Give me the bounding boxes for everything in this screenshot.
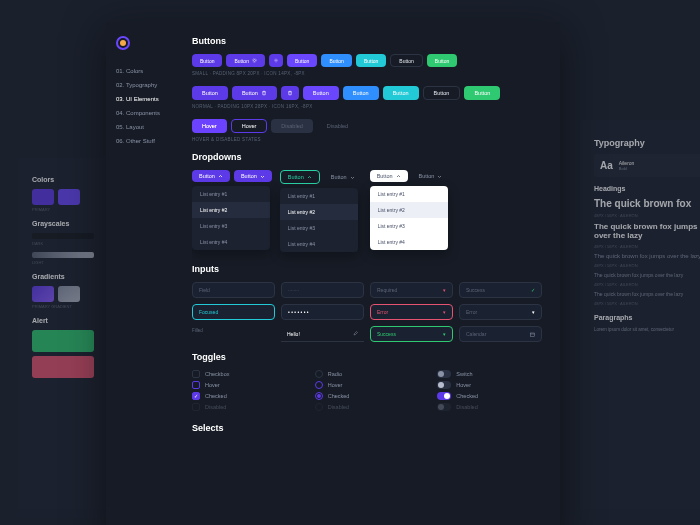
input-error-select[interactable]: Error▾ bbox=[459, 304, 542, 320]
dropdown-item[interactable]: List entry #3 bbox=[370, 218, 448, 234]
button-small-purple-icon[interactable]: Button bbox=[226, 54, 264, 67]
heading-meta-3: 48PX / 56PX · AILERON bbox=[594, 263, 700, 268]
button-normal-purple-icon[interactable]: Button bbox=[232, 86, 277, 100]
radio-checked[interactable]: Checked bbox=[315, 392, 420, 400]
dropdown-row: Button Button List entry #1 List entry #… bbox=[192, 170, 542, 252]
input-password-filled[interactable]: • • • • • • • bbox=[281, 304, 364, 320]
input-filled-label: Filled bbox=[192, 326, 275, 342]
pencil-icon bbox=[353, 331, 358, 336]
heading-sample-3: The quick brown fox jumps over the lazy bbox=[594, 253, 700, 259]
button-row-states: Hover Hover Disabled Disabled bbox=[192, 119, 542, 133]
button-row-normal: Button Button Button Button Button Butto… bbox=[192, 86, 542, 100]
button-small-purple[interactable]: Button bbox=[192, 54, 222, 67]
caption-states: HOVER & DISABLED STATES bbox=[192, 137, 542, 142]
nav-ui-elements[interactable]: 03. UI Elements bbox=[116, 92, 182, 106]
dropdown-button-purple-open[interactable]: Button bbox=[192, 170, 230, 182]
button-normal-green[interactable]: Button bbox=[464, 86, 500, 100]
heading-sample-5: The quick brown fox jumps over the lazy bbox=[594, 291, 700, 297]
gray-light-label: LIGHT bbox=[32, 260, 94, 265]
dropdown-item-selected[interactable]: List entry #2 bbox=[192, 202, 270, 218]
gray-dark-bar bbox=[32, 233, 94, 239]
dropdown-item[interactable]: List entry #1 bbox=[192, 186, 270, 202]
svg-point-0 bbox=[253, 60, 255, 62]
switch-checked[interactable]: Checked bbox=[437, 392, 542, 400]
input-success[interactable]: Success▾ bbox=[370, 326, 453, 342]
dropdown-item[interactable]: List entry #3 bbox=[280, 220, 358, 236]
dropdowns-title: Dropdowns bbox=[192, 152, 542, 162]
switch-hover[interactable]: Hover bbox=[437, 381, 542, 389]
buttons-title: Buttons bbox=[192, 36, 542, 46]
input-error[interactable]: Error▾ bbox=[370, 304, 453, 320]
button-normal-icon-only[interactable] bbox=[281, 86, 299, 100]
switch-default[interactable]: Switch bbox=[437, 370, 542, 378]
dropdown-button-light-open[interactable]: Button bbox=[370, 170, 408, 182]
button-small-icon-only[interactable] bbox=[269, 54, 283, 67]
dropdown-list-light: List entry #1 List entry #2 List entry #… bbox=[370, 186, 448, 250]
chevron-up-icon bbox=[218, 174, 223, 179]
dropdown-item[interactable]: List entry #4 bbox=[192, 234, 270, 250]
dropdown-item[interactable]: List entry #4 bbox=[370, 234, 448, 250]
radio-disabled: Disabled bbox=[315, 403, 420, 411]
swatch-primary bbox=[32, 189, 54, 205]
chevron-up-icon bbox=[307, 175, 312, 180]
dropdown-item-selected[interactable]: List entry #2 bbox=[370, 202, 448, 218]
heading-meta-4: 48PX / 56PX · AILERON bbox=[594, 282, 700, 287]
button-small-purple2[interactable]: Button bbox=[287, 54, 317, 67]
nav-components[interactable]: 04. Components bbox=[116, 106, 182, 120]
button-row-small: Button Button Button Button Button Butto… bbox=[192, 54, 542, 67]
radio-default[interactable]: Radio bbox=[315, 370, 420, 378]
nav-colors[interactable]: 01. Colors bbox=[116, 64, 182, 78]
logo-icon bbox=[116, 36, 130, 50]
input-focused[interactable]: Focused bbox=[192, 304, 275, 320]
dropdown-item[interactable]: List entry #3 bbox=[192, 218, 270, 234]
input-field[interactable]: Field bbox=[192, 282, 275, 298]
button-normal-purple2[interactable]: Button bbox=[303, 86, 339, 100]
dropdown-item[interactable]: List entry #1 bbox=[370, 186, 448, 202]
dropdown-col-purple: Button Button List entry #1 List entry #… bbox=[192, 170, 272, 252]
input-success-select[interactable]: Success✓ bbox=[459, 282, 542, 298]
nav-other[interactable]: 06. Other Stuff bbox=[116, 134, 182, 148]
toggles-title: Toggles bbox=[192, 352, 542, 362]
font-style: Bold bbox=[619, 166, 635, 171]
input-calendar[interactable]: Calendar bbox=[459, 326, 542, 342]
trash-icon bbox=[287, 90, 293, 96]
dropdown-col-teal: Button Button List entry #1 List entry #… bbox=[280, 170, 362, 252]
dropdown-button-teal-open[interactable]: Button bbox=[280, 170, 320, 184]
gray-light-bar bbox=[32, 252, 94, 258]
gradient-label: PRIMARY GRADIENT bbox=[32, 304, 94, 309]
button-small-blue[interactable]: Button bbox=[321, 54, 351, 67]
button-normal-purple[interactable]: Button bbox=[192, 86, 228, 100]
button-small-green[interactable]: Button bbox=[427, 54, 457, 67]
button-hover-outline[interactable]: Hover bbox=[231, 119, 268, 133]
dropdown-button-ghost-closed-2[interactable]: Button bbox=[412, 170, 450, 182]
content: Buttons Button Button Button Button Butt… bbox=[192, 22, 560, 525]
dropdown-item[interactable]: List entry #1 bbox=[280, 188, 358, 204]
input-flat-filled[interactable]: Hello! bbox=[281, 326, 364, 342]
button-small-cyan[interactable]: Button bbox=[356, 54, 386, 67]
nav-typography[interactable]: 02. Typography bbox=[116, 78, 182, 92]
button-normal-blue[interactable]: Button bbox=[343, 86, 379, 100]
svg-point-2 bbox=[275, 60, 277, 62]
button-hover-fill[interactable]: Hover bbox=[192, 119, 227, 133]
gradient-row bbox=[32, 286, 94, 302]
radio-hover[interactable]: Hover bbox=[315, 381, 420, 389]
button-small-outline[interactable]: Button bbox=[390, 54, 422, 67]
caption-normal: NORMAL · PADDING 10PX 28PX · ICON 16PX, … bbox=[192, 104, 542, 109]
button-normal-cyan[interactable]: Button bbox=[383, 86, 419, 100]
checkbox-hover[interactable]: Hover bbox=[192, 381, 297, 389]
button-normal-outline[interactable]: Button bbox=[423, 86, 461, 100]
input-required[interactable]: Required▾ bbox=[370, 282, 453, 298]
dropdown-button-purple-closed[interactable]: Button bbox=[234, 170, 272, 182]
input-password[interactable]: ········ bbox=[281, 282, 364, 298]
checkbox-default[interactable]: Checkbox bbox=[192, 370, 297, 378]
selects-title: Selects bbox=[192, 423, 542, 433]
switch-disabled: Disabled bbox=[437, 403, 542, 411]
dropdown-item[interactable]: List entry #4 bbox=[280, 236, 358, 252]
trash-icon bbox=[261, 90, 267, 96]
typography-heading: Typography bbox=[594, 138, 700, 148]
dropdown-item-selected[interactable]: List entry #2 bbox=[280, 204, 358, 220]
checkbox-checked[interactable]: ✓Checked bbox=[192, 392, 297, 400]
nav-layout[interactable]: 05. Layout bbox=[116, 120, 182, 134]
grayscales-heading: Grayscales bbox=[32, 220, 94, 227]
dropdown-button-ghost-closed[interactable]: Button bbox=[324, 170, 362, 184]
